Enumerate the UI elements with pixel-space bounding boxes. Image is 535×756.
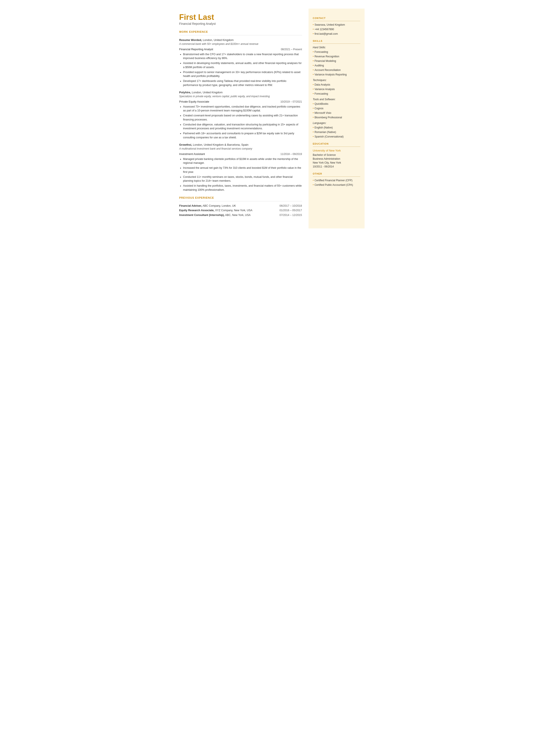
skills-title: SKILLS: [313, 39, 360, 43]
bullet-icon: •: [313, 55, 314, 58]
edu-school: University of New York: [313, 149, 360, 153]
job-bullets-1: Brainstormed with the CFO and 17+ stakeh…: [179, 52, 302, 87]
prev-exp-row-2: Equity Research Associate, XYZ Company, …: [179, 209, 302, 212]
prev-exp-label-2: Equity Research Associate, XYZ Company, …: [179, 209, 253, 212]
tools-label: Tools and Software:: [313, 98, 360, 101]
prev-exp-row-1: Financial Adviser, ABC Company, London, …: [179, 204, 302, 208]
job-title-3: Investment Assistant: [179, 152, 205, 156]
bullet-icon: •: [313, 23, 314, 27]
job-block-2: Polyhire, London, United Kingdom Special…: [179, 90, 302, 140]
skill-revenue: •Revenue Recognition: [313, 55, 360, 58]
skill-reconciliation: •Account Reconciliation: [313, 68, 360, 72]
prev-exp-dates-3: 07/2014 – 12/2015: [279, 213, 302, 217]
prev-exp-label-3: Investment Consultant (Internship), ABC,…: [179, 213, 251, 217]
bullet-icon: •: [313, 27, 314, 31]
edu-dates: 10/2011 - 06/2014: [313, 165, 360, 169]
bullet-icon: •: [313, 111, 314, 115]
work-experience-title: WORK EXPERIENCE: [179, 30, 302, 34]
job-bullets-3: Managed private banking clientele portfo…: [179, 157, 302, 192]
bullet-icon: •: [313, 64, 314, 68]
bullet-item: Created covenant-level proposals based o…: [183, 114, 302, 122]
tool-cognos: •Cognos: [313, 106, 360, 110]
employer-2-desc: Specializes in private equity, venture c…: [179, 95, 302, 98]
bullet-item: Assisted in developing monthly statement…: [183, 61, 302, 70]
job-title-2: Private Equity Associate: [179, 99, 209, 104]
lang-romanian: •Romanian (Native): [313, 130, 360, 134]
other-cpa: •Certified Public Accountant (CPA): [313, 183, 360, 187]
bullet-icon: •: [313, 68, 314, 72]
hard-skills-label: Hard Skills:: [313, 45, 360, 49]
bullet-item: Assessed 73+ investment opportunities, c…: [183, 105, 302, 113]
bullet-icon: •: [313, 126, 314, 129]
job-block-1: Resume Worded, London, United Kingdom A …: [179, 38, 302, 87]
bullet-item: Partnered with 18+ accountants and consu…: [183, 131, 302, 140]
employer-1-name: Resume Worded, London, United Kingdom: [179, 38, 302, 42]
employer-3-name: Growthsi, London, United Kingdom & Barce…: [179, 143, 302, 147]
job-dates-3: 11/2018 – 09/2019: [280, 152, 302, 156]
job-bullets-2: Assessed 73+ investment opportunities, c…: [179, 105, 302, 140]
bullet-item: Provided support to senior management on…: [183, 70, 302, 78]
contact-location: • Swansea, United Kingdom: [313, 23, 360, 27]
job-dates-1: 08/2021 – Present: [281, 47, 302, 51]
job-block-3: Growthsi, London, United Kingdom & Barce…: [179, 143, 302, 192]
languages-label: Languages:: [313, 121, 360, 125]
prev-exp-dates-2: 01/2016 – 05/2017: [279, 209, 302, 212]
candidate-subtitle: Financial Reporting Analyst: [179, 21, 302, 26]
bullet-icon: •: [313, 83, 314, 87]
prev-exp-dates-1: 06/2017 – 10/2018: [279, 204, 302, 208]
edu-degree: Bachelor of Science: [313, 153, 360, 157]
employer-2-name: Polyhire, London, United Kingdom: [179, 90, 302, 95]
lang-english: •English (Native): [313, 126, 360, 129]
contact-phone: • +44 1234567890: [313, 27, 360, 31]
bullet-item: Increased the annual net gain by 73% for…: [183, 166, 302, 174]
techniques-label: Techniques:: [313, 78, 360, 82]
bullet-item: Brainstormed with the CFO and 17+ stakeh…: [183, 52, 302, 61]
bullet-item: Conducted due diligence, valuation, and …: [183, 123, 302, 131]
bullet-item: Managed private banking clientele portfo…: [183, 157, 302, 165]
bullet-icon: •: [313, 87, 314, 91]
bullet-icon: •: [313, 32, 314, 36]
other-cfp: •Certified Financial Planner (CFP): [313, 179, 360, 182]
bullet-icon: •: [313, 102, 314, 106]
tool-bloomberg: •Bloomberg Professional: [313, 116, 360, 119]
skill-auditing: •Auditing: [313, 64, 360, 68]
previous-experience-title: PREVIOUS EXPERIENCE: [179, 196, 302, 200]
candidate-name: First Last: [179, 13, 302, 21]
prev-exp-row-3: Investment Consultant (Internship), ABC,…: [179, 213, 302, 217]
bullet-item: Conducted 11+ monthly seminars on taxes,…: [183, 175, 302, 183]
bullet-icon: •: [313, 59, 314, 63]
bullet-icon: •: [313, 183, 314, 187]
tool-visio: •Microsoft Visio: [313, 111, 360, 115]
skill-modeling: •Financial Modeling: [313, 59, 360, 63]
edu-field: Business Administration: [313, 157, 360, 161]
edu-location: New York City, New York: [313, 161, 360, 165]
skill-forecasting-tech: •Forecasting: [313, 92, 360, 96]
education-title: EDUCATION: [313, 142, 360, 146]
skill-data-analysis: •Data Analysis: [313, 83, 360, 87]
bullet-icon: •: [313, 92, 314, 96]
bullet-icon: •: [313, 130, 314, 134]
job-dates-2: 10/2019 – 07/2021: [280, 100, 302, 104]
employer-1-desc: A commercial bank with 50+ employees and…: [179, 42, 302, 46]
bullet-icon: •: [313, 135, 314, 139]
skill-variance-reporting: •Variance Analysis Reporting: [313, 72, 360, 76]
bullet-icon: •: [313, 179, 314, 182]
bullet-icon: •: [313, 116, 314, 119]
contact-email: • first.last@gmail.com: [313, 32, 360, 36]
bullet-icon: •: [313, 106, 314, 110]
employer-3-desc: A multinational investment bank and fina…: [179, 147, 302, 151]
prev-exp-label-1: Financial Adviser, ABC Company, London, …: [179, 204, 236, 208]
skill-forecasting: •Forecasting: [313, 50, 360, 54]
bullet-item: Assisted in handling the portfolios, tax…: [183, 184, 302, 192]
tool-quickbooks: •QuickBooks: [313, 102, 360, 106]
bullet-icon: •: [313, 50, 314, 54]
previous-experience-list: Financial Adviser, ABC Company, London, …: [179, 204, 302, 217]
bullet-item: Developed 17+ dashboards using Tableau t…: [183, 79, 302, 87]
contact-title: CONTACT: [313, 16, 360, 20]
lang-spanish: •Spanish (Conversational): [313, 135, 360, 139]
job-title-1: Financial Reporting Analyst: [179, 47, 213, 51]
bullet-icon: •: [313, 72, 314, 76]
other-title: OTHER: [313, 172, 360, 176]
skill-variance-analysis: •Variance Analysis: [313, 87, 360, 91]
